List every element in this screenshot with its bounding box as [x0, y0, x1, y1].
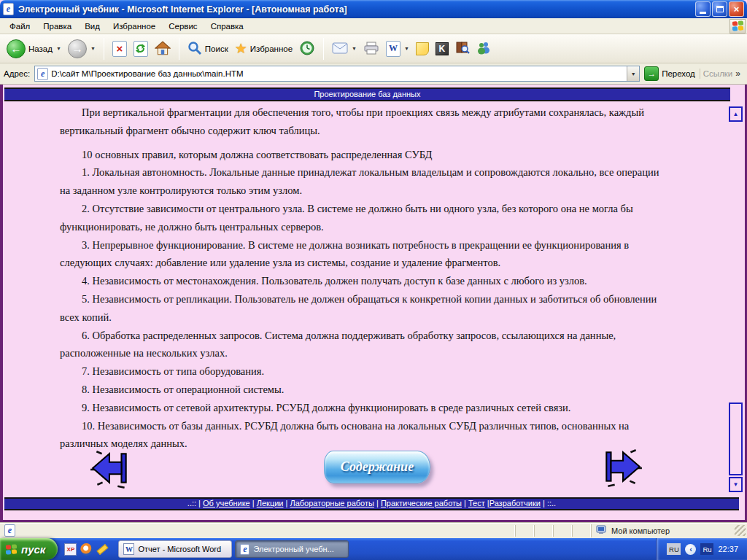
go-arrow-icon: → [644, 66, 659, 81]
minimize-button[interactable] [695, 1, 711, 17]
antivirus-button[interactable]: K [433, 41, 451, 57]
scroll-up-icon: ▲ [733, 111, 739, 117]
refresh-button[interactable] [131, 39, 150, 58]
footer-link-lectures[interactable]: Лекции [257, 499, 284, 508]
messenger-button[interactable] [474, 39, 493, 58]
taskbar-task-word[interactable]: W Отчет - Microsoft Word [118, 540, 232, 558]
edit-with-word-button[interactable]: W ▼ [384, 39, 411, 58]
taskbar-clock: 22:37 [718, 545, 738, 553]
forward-dropdown-icon[interactable]: ▼ [90, 46, 96, 51]
mail-button[interactable]: ▼ [330, 41, 359, 57]
discuss-button[interactable] [414, 41, 431, 57]
footer-separator: | [250, 499, 257, 508]
quick-launch-xp-icon[interactable]: XP [64, 543, 77, 556]
stop-button[interactable]: × [110, 39, 129, 58]
taskbar-task-ie-active[interactable]: e Электронный учебн... [235, 540, 349, 558]
start-label: пуск [21, 543, 45, 556]
print-icon [363, 42, 379, 56]
menu-view[interactable]: Вид [78, 20, 107, 33]
favorites-label: Избранное [250, 44, 293, 53]
title-bar: e Электронный учебник - Microsoft Intern… [0, 0, 747, 18]
word-icon: W [386, 41, 400, 57]
language-indicator-tray[interactable]: Ru [700, 543, 713, 555]
footer-separator: | [462, 499, 468, 508]
footer-decor: | ::.. [541, 499, 556, 508]
paragraph: 10 основных правил, которым должна соотв… [60, 146, 667, 164]
footer-link-practice[interactable]: Практические работы [381, 499, 462, 508]
menu-edit[interactable]: Правка [36, 20, 78, 33]
page-title-banner: Проектирование баз данных [4, 88, 730, 101]
footer-link-labs[interactable]: Лабораторные работы [290, 499, 374, 508]
favorites-star-icon: ★ [235, 40, 247, 57]
footer-link-about[interactable]: Об учебнике [203, 499, 250, 508]
refresh-icon [133, 41, 148, 57]
address-input[interactable] [51, 69, 627, 78]
links-chevron-icon: » [735, 69, 740, 79]
restore-button[interactable] [712, 1, 727, 17]
research-button[interactable] [453, 39, 472, 58]
zone-label: Мой компьютер [611, 526, 670, 535]
word-task-icon: W [123, 543, 134, 555]
tray-chevron-icon[interactable]: ‹ [685, 544, 696, 555]
menu-favorites[interactable]: Избранное [107, 20, 162, 33]
minimize-icon [700, 12, 706, 14]
history-button[interactable] [297, 39, 317, 59]
links-toolbar[interactable]: Ссылки » [700, 69, 743, 79]
home-button[interactable] [152, 39, 173, 58]
messenger-people-icon [476, 41, 491, 56]
close-button[interactable]: × [729, 1, 744, 17]
edit-dropdown-icon[interactable]: ▼ [404, 46, 409, 51]
back-dropdown-icon[interactable]: ▼ [56, 46, 61, 51]
menu-help[interactable]: Справка [204, 20, 250, 33]
page-scroll-thumb[interactable] [729, 402, 743, 475]
media-player-icon[interactable] [80, 543, 93, 556]
paragraph: 7. Независимость от типа оборудования. [60, 362, 667, 381]
address-dropdown-button[interactable]: ▼ [627, 66, 639, 81]
paragraph: 9. Независимость от сетевой архитектуры.… [60, 399, 667, 417]
mail-dropdown-icon[interactable]: ▼ [352, 46, 357, 51]
task-label: Электронный учебн... [253, 545, 333, 553]
paragraph: 8. Независимость от операционной системы… [60, 381, 667, 399]
quick-launch-pen-icon[interactable] [96, 543, 109, 556]
back-icon: ← [7, 39, 26, 58]
windows-flag-icon [6, 544, 17, 555]
paragraph: 3. Непрерывное функционирование. В систе… [60, 236, 667, 273]
ie-window-icon: e [3, 3, 14, 15]
menu-tools[interactable]: Сервис [162, 20, 204, 33]
forward-icon: → [68, 39, 87, 58]
search-button[interactable]: Поиск [185, 39, 231, 58]
go-label: Переход [662, 69, 695, 78]
page-scroll-down-button[interactable]: ▼ [729, 477, 743, 492]
footer-link-developers[interactable]: Разработчики [489, 499, 541, 508]
back-button[interactable]: ← Назад ▼ [4, 38, 63, 60]
paragraph: 10. Независимость от базы данных. РСУБД … [60, 417, 667, 454]
resize-grip[interactable] [735, 525, 746, 536]
previous-page-arrow[interactable] [89, 448, 133, 490]
restore-icon [716, 6, 724, 12]
status-page-icon: e [4, 524, 15, 537]
favorites-button[interactable]: ★ Избранное [233, 39, 295, 58]
go-button[interactable]: → Переход [644, 66, 695, 81]
standard-toolbar: ← Назад ▼ → ▼ × Поиск [0, 34, 747, 63]
footer-decor: ..:: | [187, 499, 203, 508]
paragraph: 2. Отсутствие зависимости от центральног… [60, 200, 667, 236]
language-indicator[interactable]: RU [667, 543, 681, 555]
history-icon [299, 40, 315, 58]
paragraph: 6. Обработка распределенных запросов. Си… [60, 327, 667, 363]
links-label: Ссылки [703, 69, 733, 78]
next-page-arrow[interactable] [600, 446, 643, 489]
menu-bar: Файл Правка Вид Избранное Сервис Справка [0, 18, 747, 34]
page-ie-icon: e [37, 68, 48, 80]
paragraph: 1. Локальная автономность. Локальные дан… [60, 163, 667, 200]
menu-file[interactable]: Файл [3, 20, 36, 33]
forward-button[interactable]: → ▼ [66, 38, 98, 60]
contents-button[interactable]: Содержание [324, 451, 430, 483]
page-scroll-up-button[interactable]: ▲ [729, 106, 743, 122]
window-controls: × [695, 1, 744, 17]
status-bar: e Мой компьютер [0, 522, 747, 538]
footer-link-test[interactable]: Тест [468, 499, 485, 508]
print-button[interactable] [361, 40, 382, 58]
window-title: Электронный учебник - Microsoft Internet… [18, 4, 695, 15]
status-pane [534, 525, 553, 537]
start-button[interactable]: пуск [0, 538, 58, 560]
